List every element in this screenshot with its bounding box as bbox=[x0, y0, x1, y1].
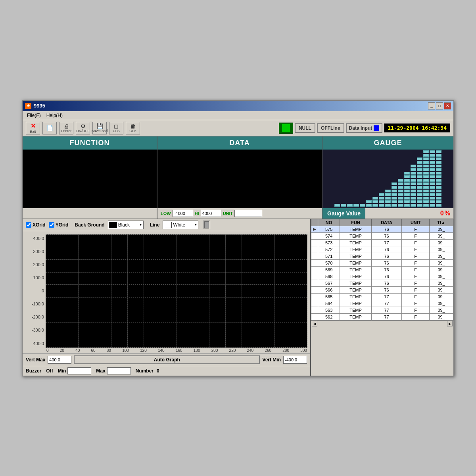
row-data: 77 bbox=[371, 293, 401, 300]
unit-label: UNIT bbox=[223, 211, 233, 216]
function-content bbox=[23, 150, 157, 208]
menu-file[interactable]: File(F) bbox=[26, 112, 42, 119]
row-ti: 09_ bbox=[430, 286, 453, 293]
buzzer-label: Buzzer bbox=[26, 368, 41, 374]
row-fun: TEMP bbox=[340, 307, 372, 313]
row-no: 568 bbox=[318, 273, 340, 280]
copy-button[interactable]: 📄 bbox=[42, 122, 57, 134]
ygrid-checkbox[interactable] bbox=[49, 222, 54, 228]
table-row[interactable]: 562TEMP77F09_ bbox=[311, 313, 453, 320]
gauge-extra: Gauge Value 0 % bbox=[322, 208, 453, 219]
y-axis-label: -400.0 bbox=[32, 341, 44, 346]
unit-input[interactable] bbox=[234, 210, 262, 217]
function-panel: FUNCTION bbox=[23, 136, 157, 219]
row-ti: 09_ bbox=[430, 300, 453, 307]
table-row[interactable]: 565TEMP77F09_ bbox=[311, 293, 453, 300]
table-row[interactable]: 574TEMP76F09_ bbox=[311, 232, 453, 239]
x-axis: 0204060801001201401601802002202402602803… bbox=[23, 347, 310, 353]
ygrid-checkbox-label: YGrid bbox=[49, 222, 69, 228]
save-button[interactable]: 💾 SaveLoad bbox=[92, 122, 107, 134]
window-title: 9995 bbox=[34, 103, 45, 109]
table-row[interactable]: 566TEMP76F09_ bbox=[311, 286, 453, 293]
line-color-swatch bbox=[164, 222, 172, 228]
row-unit: F bbox=[402, 232, 430, 239]
buzzer-number-label: Number bbox=[136, 368, 154, 374]
y-axis-label: 100.0 bbox=[33, 275, 44, 280]
table-row[interactable]: 571TEMP76F09_ bbox=[311, 253, 453, 259]
col-ti: TI▲ bbox=[430, 219, 453, 226]
close-button[interactable]: ✕ bbox=[444, 102, 451, 109]
table-row[interactable]: ▶575TEMP76F09_ bbox=[311, 226, 453, 232]
row-ti: 09_ bbox=[430, 307, 453, 313]
table-row[interactable]: 569TEMP76F09_ bbox=[311, 266, 453, 273]
maximize-button[interactable]: □ bbox=[436, 102, 443, 109]
col-fun: FUN bbox=[340, 219, 372, 226]
row-arrow bbox=[311, 253, 318, 259]
bg-color-dropdown[interactable]: Black ▼ bbox=[108, 221, 144, 229]
row-no: 570 bbox=[318, 259, 340, 266]
table-scroll-area[interactable]: NO FUN DATA UNIT TI▲ ▶575TEMP76F09_574TE… bbox=[311, 219, 453, 321]
table-row[interactable]: 573TEMP77F09_ bbox=[311, 239, 453, 246]
x-axis-label: 60 bbox=[91, 348, 95, 353]
row-no: 569 bbox=[318, 266, 340, 273]
x-axis-label: 140 bbox=[158, 348, 165, 353]
buzzer-max-input[interactable] bbox=[107, 367, 131, 374]
offline-button[interactable]: OFFLine bbox=[317, 123, 344, 133]
scroll-left-arrow[interactable]: ◀ bbox=[312, 321, 317, 326]
exit-button[interactable]: ✕ Exit bbox=[26, 122, 40, 134]
row-arrow bbox=[311, 273, 318, 280]
buzzer-max-field: Max bbox=[96, 367, 131, 374]
row-fun: TEMP bbox=[340, 232, 372, 239]
data-panel: DATA LOW HI UNIT bbox=[157, 136, 322, 219]
row-ti: 09_ bbox=[430, 253, 453, 259]
line-color-dropdown[interactable]: White ▼ bbox=[163, 221, 198, 229]
grid-line-horizontal bbox=[46, 347, 307, 348]
scroll-right-arrow[interactable]: ▶ bbox=[447, 321, 453, 326]
menu-help[interactable]: Help(H) bbox=[45, 112, 64, 119]
row-no: 575 bbox=[318, 226, 340, 232]
vert-max-input[interactable] bbox=[48, 356, 71, 364]
hi-input[interactable] bbox=[201, 210, 221, 217]
row-data: 76 bbox=[371, 280, 401, 286]
x-axis-label: 80 bbox=[107, 348, 111, 353]
printer-button[interactable]: 🖨 Printer bbox=[59, 122, 73, 134]
main-content: FUNCTION DATA LOW HI UNIT GAUGE bbox=[23, 136, 453, 376]
row-data: 76 bbox=[371, 266, 401, 273]
x-axis-label: 240 bbox=[247, 348, 254, 353]
data-extra: LOW HI UNIT bbox=[157, 208, 322, 219]
col-no: NO bbox=[318, 219, 340, 226]
table-row[interactable]: 563TEMP77F09_ bbox=[311, 307, 453, 313]
row-unit: F bbox=[402, 273, 430, 280]
table-row[interactable]: 568TEMP76F09_ bbox=[311, 273, 453, 280]
table-row[interactable]: 572TEMP76F09_ bbox=[311, 246, 453, 253]
dnoff-button[interactable]: ⚙ DN/OFF bbox=[76, 122, 90, 134]
row-unit: F bbox=[402, 226, 430, 232]
auto-graph-button[interactable]: Auto Graph bbox=[74, 355, 260, 364]
low-input[interactable] bbox=[173, 210, 193, 217]
xgrid-checkbox[interactable] bbox=[26, 222, 31, 228]
bg-label: Back Ground bbox=[75, 222, 104, 228]
table-row[interactable]: 567TEMP76F09_ bbox=[311, 280, 453, 286]
cls-button[interactable]: ◻ CLS bbox=[109, 122, 123, 134]
row-data: 77 bbox=[371, 239, 401, 246]
grid-line-vertical bbox=[258, 234, 258, 347]
title-bar-left: ★ 9995 bbox=[25, 103, 45, 109]
table-row[interactable]: 570TEMP76F09_ bbox=[311, 259, 453, 266]
graph-scrollbar-thumb[interactable] bbox=[203, 221, 210, 229]
y-axis-label: -200.0 bbox=[32, 315, 44, 319]
cla-button[interactable]: 🗑 CLA bbox=[126, 122, 140, 134]
buzzer-number-field: Number 0 bbox=[136, 368, 159, 374]
datainput-button[interactable]: Data Input bbox=[346, 123, 383, 133]
row-unit: F bbox=[402, 307, 430, 313]
row-ti: 09_ bbox=[430, 280, 453, 286]
x-axis-label: 200 bbox=[211, 348, 218, 353]
buzzer-min-input[interactable] bbox=[67, 367, 91, 374]
table-row[interactable]: 564TEMP77F09_ bbox=[311, 300, 453, 307]
minimize-button[interactable]: _ bbox=[428, 102, 435, 109]
buzzer-min-field: Min bbox=[58, 367, 92, 374]
x-axis-label: 280 bbox=[282, 348, 289, 353]
row-no: 567 bbox=[318, 280, 340, 286]
null-button[interactable]: NULL bbox=[295, 123, 315, 133]
vert-min-input[interactable] bbox=[283, 356, 307, 364]
row-arrow bbox=[311, 286, 318, 293]
